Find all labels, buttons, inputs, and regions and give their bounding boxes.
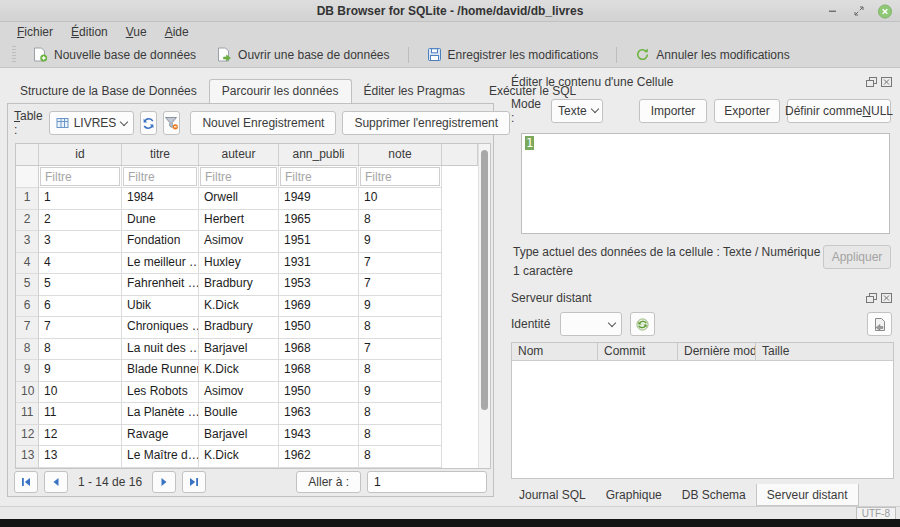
table-cell[interactable]: Bradbury bbox=[199, 274, 279, 296]
column-header-auteur[interactable]: auteur bbox=[199, 144, 279, 166]
table-cell[interactable]: 9 bbox=[359, 231, 442, 253]
table-cell[interactable]: Les Robots bbox=[122, 382, 199, 404]
table-cell[interactable]: 7 bbox=[359, 339, 442, 361]
goto-input[interactable] bbox=[367, 471, 487, 493]
row-number[interactable]: 12 bbox=[16, 425, 39, 447]
row-number[interactable]: 2 bbox=[16, 210, 39, 232]
table-cell[interactable]: Barjavel bbox=[199, 339, 279, 361]
table-cell[interactable]: K.Dick bbox=[199, 296, 279, 318]
table-cell[interactable]: 5 bbox=[39, 274, 122, 296]
table-cell[interactable]: Bradbury bbox=[199, 317, 279, 339]
reload-identities-button[interactable] bbox=[630, 312, 655, 336]
table-cell[interactable]: 1951 bbox=[279, 231, 359, 253]
table-cell[interactable]: 1984 bbox=[122, 188, 199, 210]
row-number[interactable]: 13 bbox=[16, 446, 39, 468]
row-number[interactable]: 1 bbox=[16, 188, 39, 210]
delete-record-button[interactable]: Supprimer l'enregistrement bbox=[342, 111, 510, 135]
table-cell[interactable]: Boulle bbox=[199, 403, 279, 425]
close-dock-icon[interactable] bbox=[881, 77, 892, 87]
table-cell[interactable]: 10 bbox=[39, 382, 122, 404]
row-number[interactable]: 5 bbox=[16, 274, 39, 296]
row-number[interactable]: 10 bbox=[16, 382, 39, 404]
table-cell[interactable]: 1969 bbox=[279, 296, 359, 318]
table-cell[interactable]: Barjavel bbox=[199, 425, 279, 447]
minimize-icon[interactable] bbox=[826, 4, 840, 18]
filter-input-note[interactable] bbox=[360, 167, 440, 186]
remote-column-taille[interactable]: Taille bbox=[756, 343, 893, 360]
column-header-note[interactable]: note bbox=[359, 144, 442, 166]
table-cell[interactable]: 3 bbox=[39, 231, 122, 253]
filter-input-id[interactable] bbox=[40, 167, 120, 186]
filter-input-titre[interactable] bbox=[123, 167, 197, 186]
table-cell[interactable]: 1950 bbox=[279, 382, 359, 404]
save-changes-button[interactable]: Enregistrer les modifications bbox=[419, 44, 607, 65]
column-header-ann-publi[interactable]: ann_publi bbox=[279, 144, 359, 166]
tab-structure[interactable]: Structure de la Base de Données bbox=[8, 80, 209, 103]
upload-database-button[interactable] bbox=[867, 312, 892, 336]
table-cell[interactable]: Ubik bbox=[122, 296, 199, 318]
grid-scrollbar-thumb[interactable] bbox=[481, 150, 488, 409]
table-cell[interactable]: K.Dick bbox=[199, 360, 279, 382]
table-cell[interactable]: 8 bbox=[359, 446, 442, 468]
row-number[interactable]: 8 bbox=[16, 339, 39, 361]
tab-journal-sql[interactable]: Journal SQL bbox=[509, 484, 596, 506]
table-cell[interactable]: 1963 bbox=[279, 403, 359, 425]
table-cell[interactable]: Ravage bbox=[122, 425, 199, 447]
menu-fichier[interactable]: Fichier bbox=[8, 23, 62, 41]
table-cell[interactable]: 6 bbox=[39, 296, 122, 318]
goto-button[interactable]: Aller à : bbox=[296, 471, 361, 493]
table-cell[interactable]: Orwell bbox=[199, 188, 279, 210]
import-button[interactable]: Importer bbox=[639, 99, 707, 123]
table-cell[interactable]: Dune bbox=[122, 210, 199, 232]
float-dock-icon[interactable] bbox=[866, 293, 877, 303]
table-cell[interactable]: 8 bbox=[359, 403, 442, 425]
tab-db-schema[interactable]: DB Schema bbox=[672, 484, 756, 506]
cell-editor[interactable]: 1 bbox=[521, 133, 890, 234]
row-number[interactable]: 4 bbox=[16, 253, 39, 275]
row-number[interactable]: 3 bbox=[16, 231, 39, 253]
filter-input-auteur[interactable] bbox=[200, 167, 277, 186]
refresh-button[interactable] bbox=[140, 111, 157, 135]
tab-serveur-distant[interactable]: Serveur distant bbox=[756, 484, 859, 506]
table-cell[interactable]: 1968 bbox=[279, 360, 359, 382]
tab-pragmas[interactable]: Éditer les Pragmas bbox=[352, 80, 477, 103]
table-cell[interactable]: Huxley bbox=[199, 253, 279, 275]
table-cell[interactable]: Le meilleur … bbox=[122, 253, 199, 275]
table-cell[interactable]: 1962 bbox=[279, 446, 359, 468]
grid-scrollbar[interactable] bbox=[478, 144, 490, 468]
row-number[interactable]: 11 bbox=[16, 403, 39, 425]
table-cell[interactable]: 7 bbox=[359, 274, 442, 296]
menu-edition[interactable]: Édition bbox=[62, 23, 117, 41]
remote-column-commit[interactable]: Commit bbox=[598, 343, 678, 360]
set-null-button[interactable]: Définir comme NULL bbox=[787, 99, 891, 123]
menu-aide[interactable]: Aide bbox=[156, 23, 198, 41]
apply-button[interactable]: Appliquer bbox=[823, 245, 891, 269]
table-cell[interactable]: K.Dick bbox=[199, 446, 279, 468]
menu-vue[interactable]: Vue bbox=[117, 23, 156, 41]
table-cell[interactable]: 8 bbox=[359, 317, 442, 339]
revert-changes-button[interactable]: Annuler les modifications bbox=[627, 44, 797, 65]
table-cell[interactable]: 9 bbox=[359, 296, 442, 318]
table-cell[interactable]: 7 bbox=[39, 317, 122, 339]
table-cell[interactable]: 1949 bbox=[279, 188, 359, 210]
table-cell[interactable]: Blade Runner bbox=[122, 360, 199, 382]
clear-filters-button[interactable] bbox=[163, 111, 180, 135]
table-cell[interactable]: 8 bbox=[359, 360, 442, 382]
table-cell[interactable]: 9 bbox=[359, 382, 442, 404]
remote-column-derniere-modific[interactable]: Dernière modific bbox=[678, 343, 756, 360]
table-cell[interactable]: Fahrenheit … bbox=[122, 274, 199, 296]
table-cell[interactable]: 8 bbox=[39, 339, 122, 361]
table-cell[interactable]: 8 bbox=[359, 425, 442, 447]
first-page-button[interactable] bbox=[14, 471, 38, 493]
table-cell[interactable]: 4 bbox=[39, 253, 122, 275]
row-number[interactable]: 7 bbox=[16, 317, 39, 339]
close-icon[interactable] bbox=[878, 4, 892, 18]
table-cell[interactable]: Asimov bbox=[199, 382, 279, 404]
table-cell[interactable]: 1968 bbox=[279, 339, 359, 361]
table-cell[interactable]: 1965 bbox=[279, 210, 359, 232]
table-cell[interactable]: Herbert bbox=[199, 210, 279, 232]
table-cell[interactable]: La nuit des … bbox=[122, 339, 199, 361]
next-page-button[interactable] bbox=[152, 471, 176, 493]
open-database-button[interactable]: Ouvrir une base de données bbox=[208, 44, 397, 65]
export-button[interactable]: Exporter bbox=[714, 99, 780, 123]
